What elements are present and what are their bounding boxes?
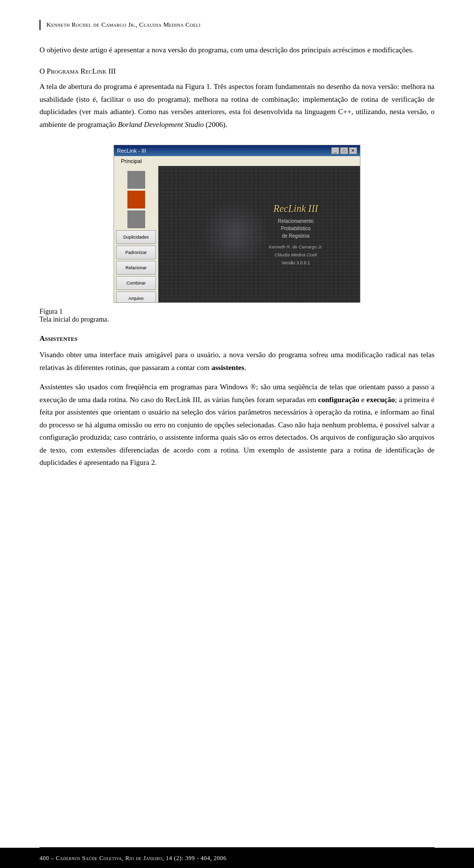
intro-paragraph: O objetivo deste artigo é apresentar a n… <box>40 44 434 57</box>
section2-bold-assistentes: assistentes <box>211 364 244 372</box>
splash-title: RecLink III <box>246 203 345 214</box>
figure-1-image: RecLink - III _ □ ✕ Principal <box>114 145 360 303</box>
splash-authors-1: Kenneth R. de Camargo Jr. <box>246 245 345 249</box>
splash-authors-2: Cláudia Medina Coeli <box>246 252 345 257</box>
section2-paragraph2: Assistentes são usados com freqüência em… <box>40 381 434 469</box>
app-titlebar-text: RecLink - III <box>117 148 331 154</box>
splash-subtitle-3: de Registros <box>246 232 345 240</box>
section2-bold-configuracao: configuração <box>318 396 359 404</box>
app-sidebar: Duplicidades Padronizar Relacionar Combi… <box>114 166 158 302</box>
sidebar-btn-padronizar[interactable]: Padronizar <box>116 246 156 259</box>
maximize-button[interactable]: □ <box>340 147 348 154</box>
app-menubar: Principal <box>114 156 360 166</box>
footer-text: 400 – Cadernos Saúde Coletiva, Rio de Ja… <box>40 855 227 862</box>
sidebar-icon-3 <box>127 210 145 228</box>
section2-p2-mid: e <box>359 396 367 404</box>
sidebar-icon-2 <box>127 191 145 208</box>
sidebar-btn-arquivo[interactable]: Arquivo <box>116 291 156 303</box>
footer-bar: 400 – Cadernos Saúde Coletiva, Rio de Ja… <box>0 848 474 868</box>
section2-heading: Assistentes <box>40 334 434 343</box>
splash-panel: RecLink III Relacionamento Probabilístic… <box>246 203 345 265</box>
menu-principal[interactable]: Principal <box>117 156 146 166</box>
figure-1-container: RecLink - III _ □ ✕ Principal <box>40 145 434 324</box>
figure-caption-text: Tela inicial do programa. <box>40 316 109 323</box>
section2-bold-execucao: execução <box>366 396 395 404</box>
close-button[interactable]: ✕ <box>349 147 357 154</box>
figure-1-caption: Figura 1 Tela inicial do programa. <box>40 308 109 324</box>
splash-subtitle-2: Probabilístico <box>246 225 345 232</box>
section2-p1-end: . <box>244 364 246 372</box>
app-main-content: RecLink III Relacionamento Probabilístic… <box>158 166 360 302</box>
sidebar-btn-duplicidades[interactable]: Duplicidades <box>116 230 156 244</box>
splash-subtitle: Relacionamento Probabilístico de Registr… <box>246 217 345 240</box>
section1-paragraph: A tela de abertura do programa é apresen… <box>40 81 434 131</box>
splash-subtitle-1: Relacionamento <box>246 217 345 225</box>
sidebar-btn-relacionar[interactable]: Relacionar <box>116 261 156 275</box>
section2-paragraph1: Visando obter uma interface mais amigáve… <box>40 349 434 374</box>
sidebar-btn-combinar[interactable]: Combinar <box>116 276 156 290</box>
app-titlebar-buttons: _ □ ✕ <box>331 147 357 154</box>
section2-p2-end: ; a primeira é feita por assistentes que… <box>40 396 434 467</box>
app-window: RecLink - III _ □ ✕ Principal <box>114 145 360 302</box>
splash-version: Versão 3.0.0.1 <box>246 260 345 265</box>
header-authors: Kenneth Rochel de Camargo Jr., Claudia M… <box>40 20 434 30</box>
app-body: Duplicidades Padronizar Relacionar Combi… <box>114 166 360 302</box>
footer-container: 400 – Cadernos Saúde Coletiva, Rio de Ja… <box>0 847 474 868</box>
section1-text-part1: A tela de abertura do programa é apresen… <box>40 83 434 128</box>
figure-caption-title: Figura 1 <box>40 308 63 315</box>
section1-heading: O Programa RecLink III <box>40 67 434 76</box>
section1-text-borland: Borland Development Studio (2006). <box>118 121 228 128</box>
minimize-button[interactable]: _ <box>331 147 339 154</box>
app-titlebar: RecLink - III _ □ ✕ <box>114 145 360 156</box>
sidebar-icon-1 <box>127 171 145 189</box>
